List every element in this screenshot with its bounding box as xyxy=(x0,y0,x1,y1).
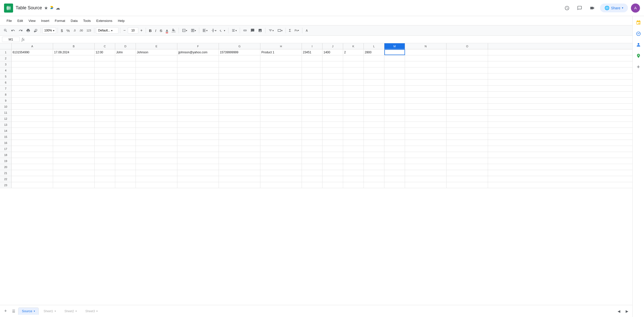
explore-button[interactable]: Pv ▾ xyxy=(293,27,301,34)
col-header-l[interactable]: L xyxy=(364,43,384,49)
cell-c2[interactable] xyxy=(95,55,115,61)
row-num-18[interactable]: 18 xyxy=(0,152,12,158)
cell-f5[interactable] xyxy=(177,73,219,79)
cell-g9[interactable] xyxy=(219,98,260,103)
cell-g19[interactable] xyxy=(219,158,260,164)
font-size-decrease-button[interactable]: − xyxy=(122,27,127,34)
cell-g3[interactable] xyxy=(219,61,260,67)
cell-a19[interactable] xyxy=(12,158,53,164)
cell-j19[interactable] xyxy=(323,158,343,164)
cell-i21[interactable] xyxy=(302,170,323,176)
col-header-a[interactable]: A xyxy=(12,43,53,49)
cell-c20[interactable] xyxy=(95,164,115,170)
cell-a4[interactable] xyxy=(12,67,53,73)
cell-i5[interactable] xyxy=(302,73,323,79)
cell-g11[interactable] xyxy=(219,110,260,115)
cell-e5[interactable] xyxy=(136,73,177,79)
sidebar-maps-icon[interactable] xyxy=(634,51,643,60)
cell-a15[interactable] xyxy=(12,134,53,140)
cell-o9[interactable] xyxy=(447,98,488,103)
cell-d4[interactable] xyxy=(115,67,136,73)
cell-e23[interactable] xyxy=(136,182,177,188)
cell-e18[interactable] xyxy=(136,152,177,158)
cell-l18[interactable] xyxy=(364,152,384,158)
cell-d6[interactable] xyxy=(115,80,136,85)
cell-j8[interactable] xyxy=(323,92,343,97)
col-header-b[interactable]: B xyxy=(53,43,95,49)
cell-a20[interactable] xyxy=(12,164,53,170)
cell-d2[interactable] xyxy=(115,55,136,61)
cell-h4[interactable] xyxy=(260,67,302,73)
meet-button[interactable] xyxy=(587,3,597,13)
cell-h3[interactable] xyxy=(260,61,302,67)
cell-g15[interactable] xyxy=(219,134,260,140)
cell-e20[interactable] xyxy=(136,164,177,170)
cell-e12[interactable] xyxy=(136,116,177,122)
cell-g5[interactable] xyxy=(219,73,260,79)
cell-b8[interactable] xyxy=(53,92,95,97)
sidebar-add-icon[interactable]: + xyxy=(634,62,643,71)
cell-e19[interactable] xyxy=(136,158,177,164)
menu-tools[interactable]: Tools xyxy=(80,18,93,24)
menu-format[interactable]: Format xyxy=(52,18,68,24)
text-wrap-button[interactable]: ▾ xyxy=(230,27,238,34)
row-num-13[interactable]: 13 xyxy=(0,122,12,128)
cloud-icon[interactable]: ☁ xyxy=(56,5,60,11)
cell-j13[interactable] xyxy=(323,122,343,128)
cell-m21[interactable] xyxy=(384,170,405,176)
cell-b23[interactable] xyxy=(53,182,95,188)
merge-button[interactable]: ▾ xyxy=(189,27,197,34)
cell-a23[interactable] xyxy=(12,182,53,188)
cell-a17[interactable] xyxy=(12,146,53,152)
cell-m11[interactable] xyxy=(384,110,405,115)
cell-j22[interactable] xyxy=(323,176,343,182)
cell-b9[interactable] xyxy=(53,98,95,103)
cell-m22[interactable] xyxy=(384,176,405,182)
cell-n12[interactable] xyxy=(405,116,447,122)
cell-n19[interactable] xyxy=(405,158,447,164)
cell-l8[interactable] xyxy=(364,92,384,97)
cell-g6[interactable] xyxy=(219,80,260,85)
cell-e15[interactable] xyxy=(136,134,177,140)
user-avatar[interactable]: A xyxy=(631,4,640,13)
cell-b15[interactable] xyxy=(53,134,95,140)
cell-n20[interactable] xyxy=(405,164,447,170)
cell-j15[interactable] xyxy=(323,134,343,140)
cell-l21[interactable] xyxy=(364,170,384,176)
cell-i14[interactable] xyxy=(302,128,323,134)
cell-a11[interactable] xyxy=(12,110,53,115)
cell-n22[interactable] xyxy=(405,176,447,182)
cell-g4[interactable] xyxy=(219,67,260,73)
cell-d16[interactable] xyxy=(115,140,136,146)
functions-button[interactable]: Σ xyxy=(287,27,293,34)
cell-a6[interactable] xyxy=(12,80,53,85)
cell-d7[interactable] xyxy=(115,86,136,91)
cell-d23[interactable] xyxy=(115,182,136,188)
link-button[interactable] xyxy=(242,27,249,34)
cell-n15[interactable] xyxy=(405,134,447,140)
cell-i18[interactable] xyxy=(302,152,323,158)
cell-m19[interactable] xyxy=(384,158,405,164)
cell-a8[interactable] xyxy=(12,92,53,97)
cell-a5[interactable] xyxy=(12,73,53,79)
cell-f4[interactable] xyxy=(177,67,219,73)
cell-j10[interactable] xyxy=(323,104,343,109)
cell-b19[interactable] xyxy=(53,158,95,164)
cell-e7[interactable] xyxy=(136,86,177,91)
cell-h15[interactable] xyxy=(260,134,302,140)
row-num-6[interactable]: 6 xyxy=(0,80,12,85)
valign-button[interactable]: ▾ xyxy=(210,27,218,34)
cell-b5[interactable] xyxy=(53,73,95,79)
menu-edit[interactable]: Edit xyxy=(15,18,25,24)
sidebar-keep-icon[interactable] xyxy=(634,18,643,27)
cell-a16[interactable] xyxy=(12,140,53,146)
cell-f6[interactable] xyxy=(177,80,219,85)
cell-a1[interactable]: 6131554990 xyxy=(12,49,53,55)
cell-d15[interactable] xyxy=(115,134,136,140)
cell-j7[interactable] xyxy=(323,86,343,91)
cell-d14[interactable] xyxy=(115,128,136,134)
cell-f19[interactable] xyxy=(177,158,219,164)
cell-l4[interactable] xyxy=(364,67,384,73)
row-num-21[interactable]: 21 xyxy=(0,170,12,176)
cell-g13[interactable] xyxy=(219,122,260,128)
